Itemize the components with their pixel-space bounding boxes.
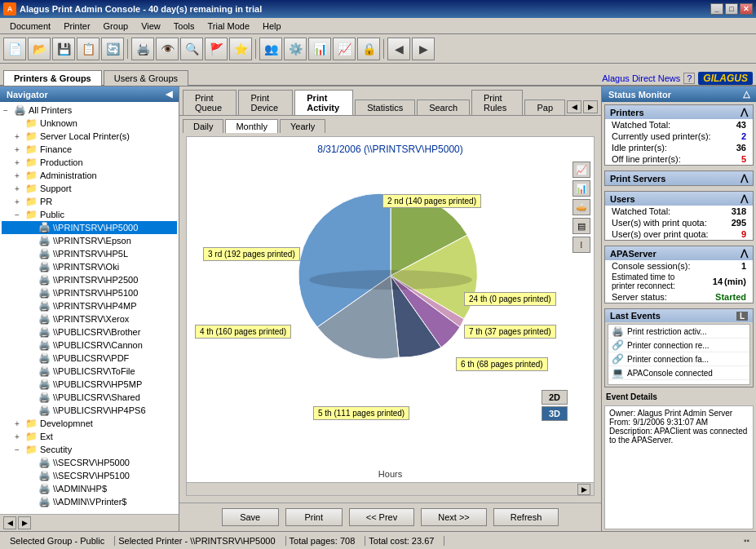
tb-preview-button[interactable]: 👁️ xyxy=(156,38,179,60)
sub-tab-daily[interactable]: Daily xyxy=(183,119,223,133)
tree-toggle[interactable]: − xyxy=(15,210,24,219)
tree-item-xerox[interactable]: 🖨️ \\PRINTSRV\Xerox xyxy=(2,312,177,325)
tb-users-button[interactable]: 👥 xyxy=(259,38,282,60)
sub-tab-monthly[interactable]: Monthly xyxy=(225,119,278,133)
tb-save-button[interactable]: 💾 xyxy=(52,38,75,60)
tb-new-button[interactable]: 📄 xyxy=(3,38,26,60)
users-section-header[interactable]: Users ⋀ xyxy=(605,192,753,206)
navigator-tree[interactable]: − 🖨️ All Printers 📁 Unknown + 📁 Server L… xyxy=(0,102,179,514)
tb-open-button[interactable]: 📂 xyxy=(28,38,51,60)
nav-scroll-right[interactable]: ▶ xyxy=(18,516,31,529)
tree-item-ext[interactable]: + 📁 Ext xyxy=(2,430,177,443)
tree-item-sec-hp5000[interactable]: 🖨️ \\SECSRV\HP5000 xyxy=(2,456,177,469)
tab-statistics[interactable]: Statistics xyxy=(355,100,415,115)
tb-refresh-button[interactable]: 🔄 xyxy=(101,38,124,60)
minimize-button[interactable]: _ xyxy=(710,3,723,15)
tree-item-unknown[interactable]: 📁 Unknown xyxy=(2,117,177,130)
tree-item-shared[interactable]: 🖨️ \\PUBLICSRV\Shared xyxy=(2,391,177,404)
tb-forward-button[interactable]: ▶ xyxy=(412,38,435,60)
help-icon[interactable]: ? xyxy=(683,73,695,84)
tree-item-admin-hp[interactable]: 🖨️ \\ADMIN\HP$ xyxy=(2,482,177,495)
menu-help[interactable]: Help xyxy=(256,20,288,33)
tb-lock-button[interactable]: 🔒 xyxy=(357,38,380,60)
tree-item-hp4ps6[interactable]: 🖨️ \\PUBLICSRV\HP4PS6 xyxy=(2,404,177,417)
tab-pap[interactable]: Pap xyxy=(524,100,565,115)
last-events-header[interactable]: Last Events L xyxy=(605,309,753,322)
tb-back-button[interactable]: ◀ xyxy=(387,38,410,60)
tree-item-support[interactable]: + 📁 Support xyxy=(2,182,177,195)
menu-document[interactable]: Document xyxy=(3,20,57,33)
navigator-collapse-icon[interactable]: ◀ xyxy=(166,89,172,100)
tb-settings-button[interactable]: ⚙️ xyxy=(284,38,307,60)
chart-icon-area[interactable]: ▤ xyxy=(573,218,590,234)
content-tab-scroll-right[interactable]: ▶ xyxy=(583,100,598,113)
view-2d-button[interactable]: 2D xyxy=(542,390,568,405)
tree-item-epson[interactable]: 🖨️ \\PRINTSRV\Epson xyxy=(2,234,177,247)
tab-printers-groups[interactable]: Printers & Groups xyxy=(3,70,102,86)
chart-icon-line[interactable]: 📈 xyxy=(573,162,590,178)
menu-printer[interactable]: Printer xyxy=(57,20,96,33)
tree-toggle[interactable]: + xyxy=(15,132,24,141)
tree-item-hp5000[interactable]: 🖨️ \\PRINTSRV\HP5000 xyxy=(2,221,177,234)
tree-item-hp2500[interactable]: 🖨️ \\PRINTSRV\HP2500 xyxy=(2,273,177,286)
tree-item-public[interactable]: − 📁 Public xyxy=(2,208,177,221)
close-button[interactable]: ✕ xyxy=(740,3,753,15)
tree-toggle[interactable]: − xyxy=(3,106,13,115)
menu-tools[interactable]: Tools xyxy=(167,20,201,33)
print-button[interactable]: Print xyxy=(285,508,343,526)
chart-icon-scatter[interactable]: ⁞ xyxy=(573,237,590,253)
tree-item-hp5100[interactable]: 🖨️ \\PRINTSRV\HP5100 xyxy=(2,286,177,299)
tb-printer-button[interactable]: 🖨️ xyxy=(131,38,154,60)
content-tab-scroll-left[interactable]: ◀ xyxy=(567,100,581,113)
tree-toggle[interactable]: + xyxy=(15,158,24,167)
tree-item-tofile[interactable]: 🖨️ \\PUBLICSRV\ToFile xyxy=(2,365,177,378)
next-button[interactable]: Next >> xyxy=(421,508,487,526)
tab-print-queue[interactable]: Print Queue xyxy=(183,90,237,115)
printers-section-header[interactable]: Printers ⋀ xyxy=(605,105,753,119)
tree-item-hp5l[interactable]: 🖨️ \\PRINTSRV\HP5L xyxy=(2,247,177,260)
tree-item-brother[interactable]: 🖨️ \\PUBLICSRV\Brother xyxy=(2,325,177,339)
tree-toggle[interactable]: + xyxy=(15,419,24,428)
print-servers-header[interactable]: Print Servers ⋀ xyxy=(605,171,753,185)
tree-item-pdf[interactable]: 🖨️ \\PUBLICSRV\PDF xyxy=(2,352,177,365)
tree-toggle[interactable]: − xyxy=(15,445,24,454)
prev-button[interactable]: << Prev xyxy=(349,508,415,526)
nav-scroll-left[interactable]: ◀ xyxy=(3,516,16,529)
chart-scroll-right[interactable]: ▶ xyxy=(577,484,590,495)
maximize-button[interactable]: □ xyxy=(725,3,738,15)
tab-print-rules[interactable]: Print Rules xyxy=(471,90,523,115)
tb-copy-button[interactable]: 📋 xyxy=(77,38,99,60)
save-button[interactable]: Save xyxy=(222,508,279,526)
apa-server-header[interactable]: APAServer ⋀ xyxy=(605,246,753,260)
chart-icon-bar[interactable]: 📊 xyxy=(573,180,590,197)
tb-flag-button[interactable]: 🚩 xyxy=(205,38,228,60)
refresh-button[interactable]: Refresh xyxy=(493,508,559,526)
tree-item-all-printers[interactable]: − 🖨️ All Printers xyxy=(2,104,177,117)
tree-item-cannon[interactable]: 🖨️ \\PUBLICSRV\Cannon xyxy=(2,339,177,352)
tree-item-admin-vprinter[interactable]: 🖨️ \\ADMIN\VPrinter$ xyxy=(2,495,177,508)
status-monitor-collapse-icon[interactable]: △ xyxy=(743,89,749,100)
tree-item-pr[interactable]: + 📁 PR xyxy=(2,195,177,208)
tree-toggle[interactable]: + xyxy=(15,145,24,154)
tree-item-production[interactable]: + 📁 Production xyxy=(2,156,177,169)
tree-item-finance[interactable]: + 📁 Finance xyxy=(2,143,177,156)
tb-search-button[interactable]: 🔍 xyxy=(180,38,203,60)
tb-star-button[interactable]: ⭐ xyxy=(229,38,252,60)
tree-toggle[interactable]: + xyxy=(15,432,24,441)
tree-item-administration[interactable]: + 📁 Administration xyxy=(2,169,177,182)
tree-item-sec-hp5100[interactable]: 🖨️ \\SECSRV\HP5100 xyxy=(2,469,177,482)
view-3d-button[interactable]: 3D xyxy=(542,406,568,421)
tab-print-activity[interactable]: Print Activity xyxy=(294,90,353,115)
tree-item-oki[interactable]: 🖨️ \\PRINTSRV\Oki xyxy=(2,260,177,273)
chart-icon-pie[interactable]: 🥧 xyxy=(573,199,590,215)
tree-toggle[interactable]: + xyxy=(15,171,24,180)
tab-users-groups[interactable]: Users & Groups xyxy=(104,70,188,86)
tb-chart-button[interactable]: 📊 xyxy=(308,38,331,60)
menu-group[interactable]: Group xyxy=(97,20,135,33)
menu-view[interactable]: View xyxy=(135,20,167,33)
tab-search[interactable]: Search xyxy=(417,100,470,115)
tree-item-developmnet[interactable]: + 📁 Developmnet xyxy=(2,417,177,430)
tree-item-hp5mp[interactable]: 🖨️ \\PUBLICSRV\HP5MP xyxy=(2,378,177,391)
tree-toggle[interactable]: + xyxy=(15,197,24,206)
tree-item-server-local[interactable]: + 📁 Server Local Printer(s) xyxy=(2,130,177,143)
